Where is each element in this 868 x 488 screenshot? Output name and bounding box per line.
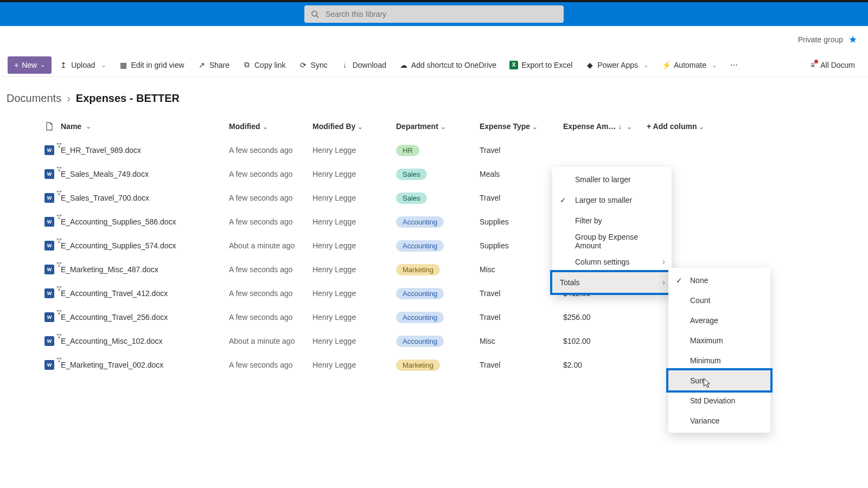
column-header-expense-type[interactable]: Expense Type⌄ [480,122,563,131]
chevron-down-icon: ⌄ [101,61,106,69]
download-icon: ↓ [341,61,349,69]
department-cell: Accounting [396,288,480,299]
modified-by-cell[interactable]: Henry Legge [312,265,396,274]
edit-grid-label: Edit in grid view [131,61,184,69]
totals-sum[interactable]: Sum [668,370,770,377]
copy-link-button[interactable]: ⧉ Copy link [237,56,291,74]
col-name-label: Name [61,122,81,131]
totals-submenu: None Count Average Maximum Minimum Sum S… [668,268,770,377]
department-pill: Marketing [396,359,440,371]
upload-button[interactable]: ↥ Upload ⌄ [54,56,111,74]
svg-line-1 [316,16,318,18]
file-name-cell[interactable]: E_Marketing_Misc_487.docx [61,265,229,274]
department-pill: Accounting [396,240,444,252]
menu-totals[interactable]: Totals [552,272,672,293]
share-button[interactable]: ↗ Share [192,56,235,74]
search-box[interactable] [304,5,564,23]
file-name-cell[interactable]: E_Accounting_Supplies_574.docx [61,241,229,250]
table-row[interactable]: WE_Accounting_Supplies_574.docxAbout a m… [0,234,868,258]
automate-label: Automate [674,61,706,69]
word-icon: W [44,288,54,298]
add-column-button[interactable]: + Add column⌄ [647,122,712,131]
modified-by-cell[interactable]: Henry Legge [312,146,396,155]
modified-by-cell[interactable]: Henry Legge [312,217,396,226]
export-excel-label: Export to Excel [521,61,572,69]
modified-cell: A few seconds ago [229,265,312,274]
ellipsis-icon: ⋯ [730,61,738,69]
sync-button[interactable]: ⟳ Sync [293,56,333,74]
column-header-name[interactable]: Name⌄ [61,122,229,131]
department-cell: Marketing [396,264,480,275]
menu-smaller-to-larger[interactable]: Smaller to larger [552,169,672,190]
column-header-modifiedby[interactable]: Modified By⌄ [312,122,396,131]
col-amt-label: Expense Am… [563,122,616,131]
chevron-down-icon: ⌄ [263,123,268,131]
file-name-cell[interactable]: E_Sales_Meals_749.docx [61,170,229,178]
file-name-cell[interactable]: E_Accounting_Supplies_586.docx [61,217,229,226]
department-pill: Accounting [396,288,444,299]
word-icon: W [44,193,54,203]
command-bar: + New ⌄ ↥ Upload ⌄ ▦ Edit in grid view ↗… [0,53,868,77]
chevron-down-icon: ⌄ [643,61,649,69]
view-icon: ≡ [808,61,817,69]
edit-grid-button[interactable]: ▦ Edit in grid view [114,56,190,74]
word-icon: W [44,360,54,370]
follow-star-icon[interactable]: ★ [848,34,857,46]
totals-none[interactable]: None [668,270,770,290]
menu-group-by[interactable]: Group by Expense Amount [552,231,672,252]
totals-maximum[interactable]: Maximum [668,330,770,350]
column-header-filetype[interactable] [38,122,61,131]
department-cell: HR [396,145,480,156]
automate-button[interactable]: ⚡ Automate ⌄ [656,56,723,74]
department-cell: Accounting [396,216,480,228]
chevron-right-icon: › [67,92,71,105]
export-excel-button[interactable]: X Export to Excel [504,56,578,74]
file-name-cell[interactable]: E_Marketing_Travel_002.docx [61,361,229,369]
modified-by-cell[interactable]: Henry Legge [312,313,396,322]
modified-cell: A few seconds ago [229,170,312,178]
file-name-cell[interactable]: E_Accounting_Travel_256.docx [61,313,229,322]
column-header-department[interactable]: Department⌄ [396,122,480,131]
column-header-modified[interactable]: Modified⌄ [229,122,312,131]
column-header-expense-amount[interactable]: Expense Am…↓⌄ [563,122,647,131]
totals-minimum[interactable]: Minimum [668,350,770,370]
download-button[interactable]: ↓ Download [335,56,392,74]
chevron-down-icon: ⌄ [699,123,704,131]
modified-by-cell[interactable]: Henry Legge [312,337,396,345]
sync-label: Sync [311,61,328,69]
modified-by-cell[interactable]: Henry Legge [312,361,396,369]
menu-filter-by[interactable]: Filter by [552,210,672,231]
file-name-cell[interactable]: E_Accounting_Travel_412.docx [61,289,229,298]
department-pill: Accounting [396,216,444,228]
table-row[interactable]: WE_Sales_Meals_749.docxA few seconds ago… [0,162,868,186]
expense-type-cell: Supplies [480,241,563,250]
file-name-cell[interactable]: E_Accounting_Misc_102.docx [61,337,229,345]
modified-by-cell[interactable]: Henry Legge [312,241,396,250]
totals-average[interactable]: Average [668,310,770,330]
power-apps-button[interactable]: ◆ Power Apps ⌄ [580,56,654,74]
table-row[interactable]: WE_HR_Travel_989.docxA few seconds agoHe… [0,138,868,162]
search-input[interactable] [326,10,557,18]
department-cell: Accounting [396,312,480,323]
upload-label: Upload [71,61,95,69]
menu-larger-to-smaller[interactable]: Larger to smaller [552,190,672,210]
file-name-cell[interactable]: E_HR_Travel_989.docx [61,146,229,155]
more-button[interactable]: ⋯ [725,56,743,74]
download-label: Download [353,61,386,69]
modified-by-cell[interactable]: Henry Legge [312,170,396,178]
breadcrumb-parent[interactable]: Documents [7,92,61,105]
modified-cell: A few seconds ago [229,361,312,369]
totals-count[interactable]: Count [668,290,770,310]
menu-column-settings[interactable]: Column settings [552,252,672,272]
word-icon: W [44,265,54,274]
file-name-cell[interactable]: E_Sales_Travel_700.docx [61,194,229,202]
modified-by-cell[interactable]: Henry Legge [312,289,396,298]
modified-cell: About a minute ago [229,337,312,345]
new-button[interactable]: + New ⌄ [8,56,52,74]
modified-by-cell[interactable]: Henry Legge [312,194,396,202]
view-switcher[interactable]: ≡ All Docum [803,56,860,74]
suite-header [0,0,868,26]
add-shortcut-button[interactable]: ☁ Add shortcut to OneDrive [394,56,502,74]
table-row[interactable]: WE_Accounting_Supplies_586.docxA few sec… [0,210,868,234]
table-row[interactable]: WE_Sales_Travel_700.docxA few seconds ag… [0,186,868,210]
